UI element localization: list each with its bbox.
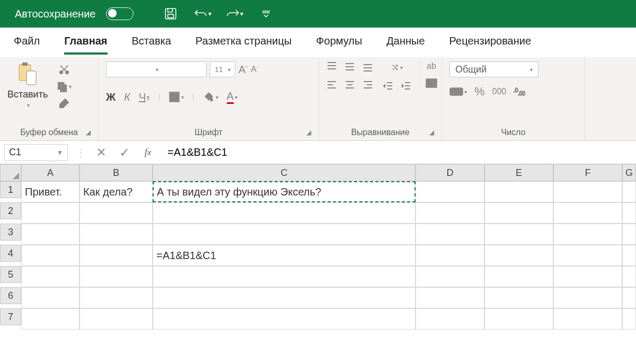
tab-formulas[interactable]: Формулы xyxy=(316,35,362,52)
cell-C3[interactable] xyxy=(153,224,416,245)
comma-style-icon[interactable]: 000 xyxy=(492,87,507,96)
tab-review[interactable]: Рецензирование xyxy=(449,35,531,52)
cell-F7[interactable] xyxy=(553,308,622,330)
row-header-2[interactable]: 2 xyxy=(0,202,21,219)
cell-F3[interactable] xyxy=(553,224,622,245)
undo-icon[interactable]: ▾ xyxy=(192,3,213,24)
cell-A7[interactable] xyxy=(21,308,80,330)
cell-D5[interactable] xyxy=(416,266,484,287)
increase-indent-icon[interactable] xyxy=(401,81,411,91)
cell-G6[interactable] xyxy=(622,287,636,308)
cell-C1[interactable]: А ты видел эту функцию Эксель? xyxy=(153,181,416,202)
worksheet-grid[interactable]: A B C D E F G 1 Привет. Как дела? А ты в… xyxy=(0,164,636,330)
select-all-corner[interactable] xyxy=(0,164,21,181)
align-center-icon[interactable] xyxy=(344,79,355,90)
cell-G7[interactable] xyxy=(622,308,636,330)
cell-C2[interactable] xyxy=(153,202,416,224)
fill-color-icon[interactable]: ▾ xyxy=(203,91,218,103)
decrease-font-icon[interactable]: Aˇ xyxy=(251,65,258,74)
font-size-select[interactable]: 11▾ xyxy=(210,61,235,77)
col-header-G[interactable]: G xyxy=(622,164,636,181)
col-header-A[interactable]: A xyxy=(21,164,80,181)
number-format-select[interactable]: Общий▾ xyxy=(449,61,538,77)
cell-B4[interactable] xyxy=(80,245,153,266)
row-header-4[interactable]: 4 xyxy=(0,245,21,262)
cell-D2[interactable] xyxy=(416,202,484,224)
cell-E6[interactable] xyxy=(484,287,553,308)
cell-A3[interactable] xyxy=(21,224,80,245)
cell-A5[interactable] xyxy=(21,266,80,287)
align-top-icon[interactable] xyxy=(326,61,337,72)
wrap-text-icon[interactable]: ab xyxy=(426,61,437,71)
cell-C7[interactable] xyxy=(153,308,416,330)
cell-G1[interactable] xyxy=(622,181,636,202)
cell-D1[interactable] xyxy=(416,181,484,202)
cell-E5[interactable] xyxy=(484,266,553,287)
row-header-1[interactable]: 1 xyxy=(0,181,21,198)
cell-B2[interactable] xyxy=(80,202,153,224)
cell-E2[interactable] xyxy=(484,202,553,224)
format-painter-icon[interactable] xyxy=(56,97,72,109)
cell-B3[interactable] xyxy=(80,224,153,245)
cell-F1[interactable] xyxy=(553,181,622,202)
enter-formula-icon[interactable]: ✓ xyxy=(117,145,132,161)
cell-B5[interactable] xyxy=(80,266,153,287)
copy-icon[interactable]: ▾ xyxy=(56,81,72,92)
cell-E7[interactable] xyxy=(484,308,553,330)
cell-F2[interactable] xyxy=(553,202,622,224)
cut-icon[interactable] xyxy=(56,64,72,75)
cell-G4[interactable] xyxy=(622,245,636,266)
row-header-3[interactable]: 3 xyxy=(0,224,21,241)
cell-B7[interactable] xyxy=(80,308,153,330)
col-header-F[interactable]: F xyxy=(553,164,622,181)
merge-icon[interactable] xyxy=(426,78,437,88)
cell-D4[interactable] xyxy=(416,245,484,266)
align-middle-icon[interactable] xyxy=(344,61,355,72)
percent-icon[interactable]: % xyxy=(474,85,485,99)
cell-A2[interactable] xyxy=(21,202,80,224)
font-launcher-icon[interactable]: ◢ xyxy=(306,129,311,136)
insert-function-icon[interactable]: fx xyxy=(140,145,156,161)
align-left-icon[interactable] xyxy=(326,79,337,90)
cell-B1[interactable]: Как дела? xyxy=(80,181,153,202)
paste-icon[interactable] xyxy=(17,61,38,87)
cell-E3[interactable] xyxy=(484,224,553,245)
alignment-launcher-icon[interactable]: ◢ xyxy=(429,129,434,136)
currency-icon[interactable]: ▾ xyxy=(449,86,467,97)
tab-home[interactable]: Главная xyxy=(64,35,107,55)
save-icon[interactable] xyxy=(160,3,181,24)
clipboard-launcher-icon[interactable]: ◢ xyxy=(86,129,91,136)
italic-button[interactable]: К xyxy=(124,91,130,103)
cell-B6[interactable] xyxy=(80,287,153,308)
chevron-down-icon[interactable]: ▼ xyxy=(57,149,63,156)
tab-page-layout[interactable]: Разметка страницы xyxy=(196,35,292,52)
tab-data[interactable]: Данные xyxy=(386,35,425,52)
paste-dropdown-icon[interactable]: ▾ xyxy=(27,102,30,108)
cell-E1[interactable] xyxy=(484,181,553,202)
paste-label[interactable]: Вставить xyxy=(7,89,48,100)
cell-C5[interactable] xyxy=(153,266,416,287)
align-bottom-icon[interactable] xyxy=(363,61,373,72)
cell-G5[interactable] xyxy=(622,266,636,287)
font-name-select[interactable]: ▾ xyxy=(106,61,207,77)
col-header-B[interactable]: B xyxy=(80,164,153,181)
cell-A1[interactable]: Привет. xyxy=(21,181,80,202)
cell-A6[interactable] xyxy=(21,287,80,308)
col-header-C[interactable]: C xyxy=(153,164,416,181)
redo-icon[interactable]: ▾ xyxy=(224,3,245,24)
row-header-5[interactable]: 5 xyxy=(0,266,21,283)
cell-D6[interactable] xyxy=(416,287,484,308)
orientation-icon[interactable]: ⤭▾ xyxy=(383,61,411,73)
cancel-formula-icon[interactable]: ✕ xyxy=(93,145,109,161)
name-box[interactable]: C1▼ xyxy=(4,144,68,161)
decrease-indent-icon[interactable] xyxy=(383,81,393,91)
customize-qat-icon[interactable] xyxy=(255,3,277,24)
tab-file[interactable]: Файл xyxy=(14,35,40,52)
underline-button[interactable]: Ч▾ xyxy=(139,91,149,103)
cell-G2[interactable] xyxy=(622,202,636,224)
tab-insert[interactable]: Вставка xyxy=(132,35,171,52)
font-color-icon[interactable]: А▾ xyxy=(227,90,237,104)
formula-input[interactable] xyxy=(163,144,636,161)
cell-F5[interactable] xyxy=(553,266,622,287)
cell-F4[interactable] xyxy=(553,245,622,266)
